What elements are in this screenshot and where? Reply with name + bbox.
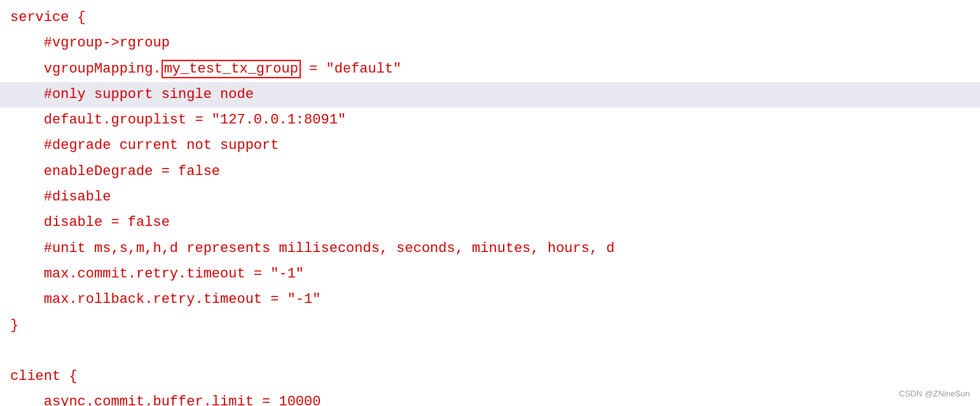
code-line-client: client { [0,364,980,389]
code-line: } [0,313,980,339]
code-line: service { [0,5,980,31]
code-line-async: async.commit.buffer.limit = 10000 [0,389,980,406]
highlighted-box: my_test_tx_group [162,60,301,78]
code-line: #vgroup->rgroup [0,31,980,56]
code-line: enableDegrade = false [0,159,980,185]
code-container: service { #vgroup->rgroup vgroupMapping.… [0,0,980,406]
code-line: default.grouplist = "127.0.0.1:8091" [0,108,980,133]
code-line: #unit ms,s,m,h,d represents milliseconds… [0,236,980,262]
code-line: #disable [0,185,980,210]
code-line-vgroupmapping: vgroupMapping.my_test_tx_group = "defaul… [0,57,980,82]
watermark: CSDN @ZNineSun [899,388,970,401]
code-line: disable = false [0,210,980,235]
code-line-empty [0,339,980,364]
code-line: max.commit.retry.timeout = "-1" [0,262,980,287]
code-line-comment: #only support single node [0,82,980,108]
code-line: #degrade current not support [0,133,980,158]
code-line: max.rollback.retry.timeout = "-1" [0,287,980,312]
